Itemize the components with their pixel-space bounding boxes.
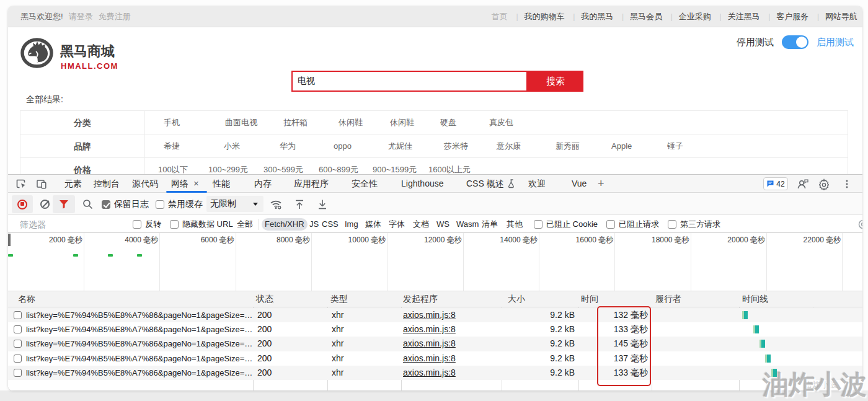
request-name[interactable]: list?key=%E7%94%B5%E8%A7%86&pageNo=1&pag… <box>26 351 252 366</box>
request-row[interactable]: list?key=%E7%94%B5%E8%A7%86&pageNo=1&pag… <box>8 308 862 322</box>
filter-value[interactable]: Apple <box>611 134 632 158</box>
network-conditions-button[interactable] <box>268 193 285 215</box>
request-type-filter[interactable]: Fetch/XHR <box>262 218 308 231</box>
column-header-time[interactable]: 时间 <box>581 291 598 307</box>
nav-item[interactable]: 客户服务 <box>776 12 808 21</box>
filter-value[interactable]: 休闲鞋 <box>339 111 363 134</box>
column-header-fulfilled[interactable]: 履行者 <box>655 291 681 307</box>
new-tab-icon[interactable]: + <box>598 175 604 192</box>
blocked-requests-checkbox[interactable]: 已阻止请求 <box>606 216 659 233</box>
preserve-log-checkbox[interactable]: 保留日志 <box>102 193 149 215</box>
waterfall-bar[interactable] <box>753 325 759 333</box>
search-button[interactable]: 搜索 <box>528 71 583 92</box>
login-link[interactable]: 请登录 <box>69 12 93 21</box>
column-header-name[interactable]: 名称 <box>18 291 35 307</box>
request-initiator-link[interactable]: axios.min.js:8 <box>403 322 456 337</box>
nav-item[interactable]: 黑马会员 <box>630 12 662 21</box>
nav-item[interactable]: 我的购物车 <box>525 12 565 21</box>
filter-value[interactable]: 锤子 <box>667 134 683 158</box>
tab-application[interactable]: 应用程序 <box>294 175 329 192</box>
record-button[interactable] <box>12 195 33 213</box>
search-network-button[interactable] <box>80 193 95 215</box>
shop-logo[interactable]: 黑马商城 HMALL.COM <box>20 37 182 76</box>
nav-item[interactable]: 首页 <box>492 12 508 21</box>
row-checkbox[interactable] <box>14 325 22 333</box>
throttling-select[interactable]: 无限制 <box>206 196 264 212</box>
row-checkbox[interactable] <box>14 355 22 363</box>
network-overview[interactable]: 2000 毫秒4000 毫秒6000 毫秒8000 毫秒10000 毫秒1200… <box>8 233 862 291</box>
tab-vue[interactable]: Vue <box>572 175 587 192</box>
filter-value[interactable]: 休闲鞋 <box>390 111 414 134</box>
settings-gear-icon[interactable] <box>818 178 830 190</box>
request-initiator-link[interactable]: axios.min.js:8 <box>403 337 456 351</box>
row-checkbox[interactable] <box>14 369 22 377</box>
filter-value[interactable]: 莎米特 <box>444 134 468 158</box>
column-header-initiator[interactable]: 发起程序 <box>403 291 438 307</box>
request-initiator-link[interactable]: axios.min.js:8 <box>403 351 456 366</box>
filter-value[interactable]: 小米 <box>224 134 240 158</box>
filter-value[interactable]: 硬盘 <box>440 111 456 134</box>
request-row[interactable]: list?key=%E7%94%B5%E8%A7%86&pageNo=1&pag… <box>8 366 862 380</box>
console-message-badge[interactable]: 42 <box>763 177 788 190</box>
import-har-button[interactable] <box>293 193 306 215</box>
request-type-filter[interactable]: 清单 <box>479 218 501 231</box>
request-type-filter[interactable]: Img <box>342 218 361 231</box>
tab-console[interactable]: 控制台 <box>94 175 120 192</box>
filter-toggle-button[interactable] <box>53 195 75 213</box>
persona-icon[interactable] <box>797 178 809 190</box>
request-row[interactable]: list?key=%E7%94%B5%E8%A7%86&pageNo=1&pag… <box>8 351 862 366</box>
request-type-filter[interactable]: CSS <box>319 218 342 231</box>
filter-gear-partial-icon[interactable] <box>857 219 862 230</box>
tab-css-overview[interactable]: CSS 概述 <box>466 175 504 192</box>
request-name[interactable]: list?key=%E7%94%B5%E8%A7%86&pageNo=1&pag… <box>26 337 252 351</box>
tab-network[interactable]: 网络 <box>171 175 188 192</box>
request-type-filter[interactable]: 字体 <box>386 218 408 231</box>
waterfall-bar[interactable] <box>765 355 771 363</box>
request-row[interactable]: list?key=%E7%94%B5%E8%A7%86&pageNo=1&pag… <box>8 337 862 351</box>
column-header-waterfall[interactable]: 时间线 <box>742 291 768 307</box>
column-header-size[interactable]: 大小 <box>508 291 525 307</box>
nav-item[interactable]: 关注黑马 <box>728 12 760 21</box>
third-party-checkbox[interactable]: 第三方请求 <box>668 216 720 233</box>
tab-welcome[interactable]: 欢迎 <box>528 175 546 192</box>
search-input[interactable] <box>298 73 521 89</box>
filter-value[interactable]: 意尔康 <box>497 134 521 158</box>
request-initiator-link[interactable]: axios.min.js:8 <box>403 308 456 322</box>
request-type-filter[interactable]: 全部 <box>234 218 256 231</box>
filter-value[interactable]: 尤妮佳 <box>388 134 412 158</box>
tab-sources[interactable]: 源代码 <box>132 175 158 192</box>
request-name[interactable]: list?key=%E7%94%B5%E8%A7%86&pageNo=1&pag… <box>26 366 252 380</box>
filter-value[interactable]: 手机 <box>164 111 180 134</box>
waterfall-bar[interactable] <box>760 340 765 348</box>
device-toolbar-icon[interactable] <box>35 178 48 190</box>
register-link[interactable]: 免费注册 <box>99 12 131 21</box>
filter-value[interactable]: 华为 <box>280 134 296 158</box>
disable-cache-checkbox[interactable]: 禁用缓存 <box>156 193 203 215</box>
request-type-filter[interactable]: Wasm <box>453 218 482 231</box>
filter-value[interactable]: 希捷 <box>164 134 180 158</box>
request-row[interactable]: list?key=%E7%94%B5%E8%A7%86&pageNo=1&pag… <box>8 322 862 337</box>
blocked-cookies-checkbox[interactable]: 已阻止 Cookie <box>534 216 598 233</box>
row-checkbox[interactable] <box>14 311 22 319</box>
filter-value[interactable]: 曲面电视 <box>225 111 257 134</box>
tab-elements[interactable]: 元素 <box>64 175 82 192</box>
request-name[interactable]: list?key=%E7%94%B5%E8%A7%86&pageNo=1&pag… <box>26 322 252 337</box>
tab-memory[interactable]: 内存 <box>254 175 272 192</box>
close-network-tab-icon[interactable]: × <box>193 175 199 192</box>
request-type-filter[interactable]: WS <box>433 218 453 231</box>
nav-item[interactable]: 企业采购 <box>679 12 711 21</box>
more-options-icon[interactable] <box>843 178 851 190</box>
column-header-type[interactable]: 类型 <box>330 291 348 307</box>
nav-item[interactable]: 我的黑马 <box>581 12 613 21</box>
row-checkbox[interactable] <box>14 340 22 348</box>
tab-performance[interactable]: 性能 <box>213 175 230 192</box>
clear-button[interactable] <box>38 193 51 215</box>
waterfall-bar[interactable] <box>742 311 748 319</box>
filter-value[interactable]: 新秀丽 <box>556 134 580 158</box>
request-name[interactable]: list?key=%E7%94%B5%E8%A7%86&pageNo=1&pag… <box>26 308 252 322</box>
nav-item[interactable]: 网站导航 <box>825 12 857 21</box>
column-header-status[interactable]: 状态 <box>256 291 273 307</box>
filter-value[interactable]: 真皮包 <box>489 111 513 134</box>
filter-value[interactable]: oppo <box>334 134 352 158</box>
request-type-filter[interactable]: 媒体 <box>362 218 384 231</box>
